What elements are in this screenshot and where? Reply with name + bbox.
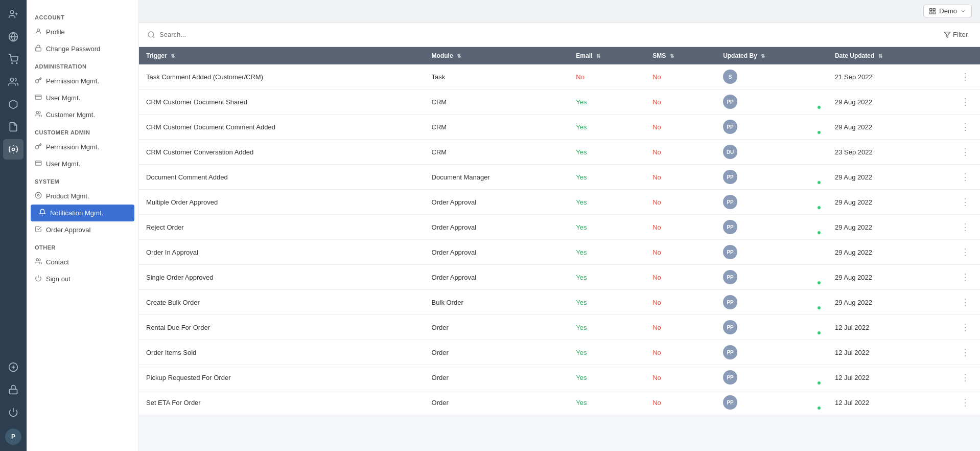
row-more-button[interactable]: ⋮ bbox=[958, 70, 973, 83]
nav-contact[interactable]: Contact bbox=[27, 254, 138, 270]
row-more-button[interactable]: ⋮ bbox=[958, 170, 973, 184]
updated-by-cell: PP bbox=[716, 89, 828, 115]
row-more-button[interactable]: ⋮ bbox=[958, 371, 973, 384]
module-cell: Order bbox=[425, 340, 569, 365]
table-row: Order In Approval Order Approval Yes No … bbox=[139, 240, 980, 265]
module-cell: CRM bbox=[425, 89, 569, 115]
date-cell: 29 Aug 2022 bbox=[828, 215, 950, 240]
trigger-cell: Rental Due For Order bbox=[139, 315, 425, 340]
nav-notification-mgmt[interactable]: Notification Mgmt. bbox=[31, 205, 134, 221]
nav-user-mgmt-customer[interactable]: User Mgmt. bbox=[27, 155, 138, 172]
updated-by-cell: PP bbox=[716, 265, 828, 290]
row-more-button[interactable]: ⋮ bbox=[958, 120, 973, 133]
row-more-button[interactable]: ⋮ bbox=[958, 145, 973, 159]
email-cell: Yes bbox=[569, 365, 645, 390]
online-dot bbox=[817, 105, 821, 109]
row-more-button[interactable]: ⋮ bbox=[958, 296, 973, 309]
nav-profile[interactable]: Profile bbox=[27, 24, 138, 40]
date-cell: 21 Sep 2022 bbox=[828, 64, 950, 89]
col-email[interactable]: Email ⇅ bbox=[569, 47, 645, 64]
email-cell: Yes bbox=[569, 140, 645, 165]
trigger-cell: Reject Order bbox=[139, 215, 425, 240]
add-user-icon-btn[interactable] bbox=[3, 4, 24, 25]
row-more-button[interactable]: ⋮ bbox=[958, 95, 973, 108]
more-actions-cell: ⋮ bbox=[950, 140, 980, 165]
col-trigger[interactable]: Trigger ⇅ bbox=[139, 47, 425, 64]
col-sms[interactable]: SMS ⇅ bbox=[645, 47, 716, 64]
nav-sign-out[interactable]: Sign out bbox=[27, 270, 138, 287]
more-actions-cell: ⋮ bbox=[950, 390, 980, 415]
col-actions bbox=[950, 47, 980, 64]
svg-point-22 bbox=[36, 259, 39, 261]
sms-cell: No bbox=[645, 315, 716, 340]
nav-permission-mgmt-admin[interactable]: Permission Mgmt. bbox=[27, 73, 138, 89]
updated-by-cell: PP bbox=[716, 240, 828, 265]
updated-by-cell: PP bbox=[716, 190, 828, 215]
box-icon-btn[interactable] bbox=[3, 94, 24, 115]
trigger-cell: Pickup Requested For Order bbox=[139, 365, 425, 390]
search-input[interactable] bbox=[159, 31, 936, 38]
col-updated-by[interactable]: Updated By ⇅ bbox=[716, 47, 828, 64]
nav-user-mgmt-admin[interactable]: User Mgmt. bbox=[27, 89, 138, 106]
online-dot bbox=[817, 206, 821, 210]
add-circle-icon-btn[interactable] bbox=[3, 357, 24, 377]
trigger-cell: Multiple Order Approved bbox=[139, 190, 425, 215]
svg-point-21 bbox=[37, 194, 39, 196]
user-avatar-bottom[interactable]: P bbox=[5, 429, 21, 445]
filter-button[interactable]: Filter bbox=[940, 29, 972, 40]
lock-icon-btn[interactable] bbox=[3, 379, 24, 400]
row-more-button[interactable]: ⋮ bbox=[958, 220, 973, 234]
settings-icon-btn[interactable] bbox=[3, 139, 24, 160]
trigger-cell: Set ETA For Order bbox=[139, 390, 425, 415]
more-actions-cell: ⋮ bbox=[950, 240, 980, 265]
search-icon bbox=[147, 31, 155, 39]
customer-mgmt-icon bbox=[35, 110, 42, 119]
globe-icon-btn[interactable] bbox=[3, 27, 24, 47]
nav-product-mgmt[interactable]: Product Mgmt. bbox=[27, 188, 138, 205]
col-date-updated[interactable]: Date Updated ⇅ bbox=[828, 47, 950, 64]
module-cell: Document Manager bbox=[425, 165, 569, 190]
demo-button[interactable]: Demo bbox=[923, 5, 972, 17]
sort-trigger-icon: ⇅ bbox=[171, 53, 175, 59]
module-cell: Bulk Order bbox=[425, 290, 569, 315]
avatar: PP bbox=[723, 345, 737, 359]
sms-cell: No bbox=[645, 140, 716, 165]
svg-rect-25 bbox=[933, 8, 935, 10]
trigger-cell: Task Comment Added (Customer/CRM) bbox=[139, 64, 425, 89]
user-icon bbox=[35, 28, 42, 36]
row-more-button[interactable]: ⋮ bbox=[958, 396, 973, 409]
module-cell: Task bbox=[425, 64, 569, 89]
row-more-button[interactable]: ⋮ bbox=[958, 270, 973, 284]
sms-cell: No bbox=[645, 265, 716, 290]
svg-point-6 bbox=[16, 63, 17, 64]
table-row: Single Order Approved Order Approval Yes… bbox=[139, 265, 980, 290]
row-more-button[interactable]: ⋮ bbox=[958, 346, 973, 359]
nav-order-approval[interactable]: Order Approval bbox=[27, 221, 138, 238]
sms-cell: No bbox=[645, 290, 716, 315]
col-module[interactable]: Module ⇅ bbox=[425, 47, 569, 64]
table-container: Trigger ⇅ Module ⇅ Email ⇅ SMS ⇅ bbox=[139, 47, 980, 451]
module-cell: Order Approval bbox=[425, 240, 569, 265]
table-row: Create Bulk Order Bulk Order Yes No PP 2… bbox=[139, 290, 980, 315]
avatar: PP bbox=[723, 320, 737, 334]
row-more-button[interactable]: ⋮ bbox=[958, 321, 973, 334]
nav-customer-mgmt[interactable]: Customer Mgmt. bbox=[27, 106, 138, 123]
sort-email-icon: ⇅ bbox=[596, 53, 600, 59]
table-row: CRM Customer Document Comment Added CRM … bbox=[139, 115, 980, 140]
avatar: PP bbox=[723, 195, 737, 209]
users-icon-btn[interactable] bbox=[3, 72, 24, 92]
nav-change-password[interactable]: Change Password bbox=[27, 40, 138, 57]
file-icon-btn[interactable] bbox=[3, 117, 24, 137]
more-actions-cell: ⋮ bbox=[950, 340, 980, 365]
cart-icon-btn[interactable] bbox=[3, 49, 24, 70]
row-more-button[interactable]: ⋮ bbox=[958, 245, 973, 259]
lock-nav-icon bbox=[35, 44, 42, 53]
svg-rect-24 bbox=[930, 8, 932, 10]
email-cell: Yes bbox=[569, 190, 645, 215]
table-row: Rental Due For Order Order Yes No PP 12 … bbox=[139, 315, 980, 340]
online-dot bbox=[817, 406, 821, 410]
row-more-button[interactable]: ⋮ bbox=[958, 195, 973, 209]
date-cell: 29 Aug 2022 bbox=[828, 240, 950, 265]
nav-permission-mgmt-customer[interactable]: Permission Mgmt. bbox=[27, 139, 138, 155]
power-icon-btn[interactable] bbox=[3, 402, 24, 422]
